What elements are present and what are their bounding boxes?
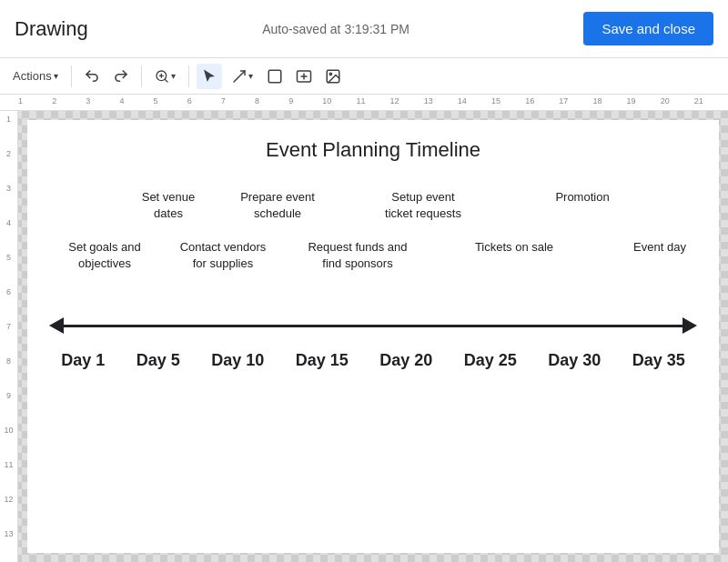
line-tool[interactable]: ▾	[226, 65, 258, 88]
label-tickets-sale: Tickets on sale	[464, 239, 564, 256]
ruler-mark-3: 3	[86, 96, 90, 105]
label-event-day: Event day	[619, 239, 701, 256]
ruler-mark-13: 13	[424, 96, 433, 105]
day-label-5: Day 5	[136, 351, 180, 370]
actions-menu[interactable]: Actions ▾	[7, 65, 64, 86]
zoom-arrow: ▾	[171, 71, 176, 81]
ruler-mark-17: 17	[559, 96, 568, 105]
ruler-mark-4: 4	[119, 96, 124, 105]
timeline-labels: Set venuedates Prepare eventschedule Set…	[27, 189, 719, 307]
ruler-mark-16: 16	[525, 96, 534, 105]
ruler-mark-10: 10	[322, 96, 331, 105]
ruler-mark-8: 8	[255, 96, 259, 105]
shape-tool[interactable]	[262, 64, 288, 89]
arrow-line	[55, 325, 692, 327]
toolbar-separator-1	[71, 65, 72, 87]
svg-point-10	[329, 73, 331, 75]
ruler-mark-15: 15	[491, 96, 500, 105]
arrow-left-head	[49, 317, 64, 334]
ruler-mark-1: 1	[18, 96, 23, 105]
vertical-ruler: 1 2 3 4 5 6 7 8 9 10 11 12 13	[0, 111, 18, 562]
label-funds: Request funds andfind sponsors	[298, 239, 417, 272]
day-labels: Day 1 Day 5 Day 10 Day 15 Day 20 Day 25 …	[27, 344, 719, 370]
label-promotion: Promotion	[537, 189, 628, 206]
ruler-mark-9: 9	[288, 96, 293, 105]
day-label-1: Day 1	[61, 351, 105, 370]
zoom-control[interactable]: ▾	[149, 65, 181, 87]
actions-chevron: ▾	[54, 71, 58, 81]
line-tool-arrow: ▾	[248, 71, 253, 81]
timeline-arrow	[27, 312, 719, 339]
autosave-status: Auto-saved at 3:19:31 PM	[262, 22, 410, 36]
day-label-30: Day 30	[548, 351, 601, 370]
ruler-mark-2: 2	[52, 96, 56, 105]
label-venue-dates: Set venuedates	[118, 189, 218, 222]
save-close-button[interactable]: Save and close	[583, 12, 713, 45]
ruler-mark-18: 18	[592, 96, 602, 105]
ruler-mark-5: 5	[154, 96, 158, 105]
image-tool[interactable]	[320, 64, 346, 89]
ruler-mark-6: 6	[187, 96, 192, 105]
ruler-mark-11: 11	[356, 96, 365, 105]
day-label-35: Day 35	[632, 351, 685, 370]
arrow-right-head	[682, 317, 697, 334]
ruler-mark-20: 20	[661, 96, 670, 105]
day-label-25: Day 25	[464, 351, 517, 370]
toolbar-separator-2	[141, 65, 142, 87]
horizontal-ruler: 123456789101112131415161718192021	[0, 95, 728, 111]
app-title: Drawing	[15, 17, 88, 41]
day-label-10: Day 10	[211, 351, 264, 370]
ruler-mark-21: 21	[694, 96, 703, 105]
svg-rect-5	[268, 70, 281, 83]
select-tool[interactable]	[197, 64, 222, 89]
toolbar-separator-3	[188, 65, 189, 87]
label-goals: Set goals andobjectives	[55, 239, 155, 272]
svg-line-1	[165, 79, 167, 82]
day-label-15: Day 15	[296, 351, 349, 370]
drawing-canvas[interactable]: Event Planning Timeline Set venuedates P…	[27, 120, 719, 553]
svg-line-4	[234, 71, 245, 82]
ruler-mark-14: 14	[458, 96, 467, 105]
label-vendors: Contact vendorsfor supplies	[168, 239, 278, 272]
label-ticket-requests: Setup eventticket requests	[369, 189, 478, 222]
redo-button[interactable]	[108, 64, 134, 89]
day-label-20: Day 20	[379, 351, 432, 370]
canvas-area[interactable]: 1 2 3 4 5 6 7 8 9 10 11 12 13 Event Plan…	[0, 111, 728, 562]
ruler-mark-19: 19	[627, 96, 636, 105]
ruler-mark-7: 7	[221, 96, 226, 105]
undo-button[interactable]	[79, 64, 105, 89]
actions-label: Actions	[13, 69, 52, 83]
drawing-canvas-inner[interactable]: Event Planning Timeline Set venuedates P…	[18, 111, 728, 562]
ruler-mark-12: 12	[390, 96, 399, 105]
timeline-title: Event Planning Timeline	[27, 138, 719, 162]
label-event-schedule: Prepare eventschedule	[228, 189, 328, 222]
text-tool[interactable]	[291, 64, 317, 89]
